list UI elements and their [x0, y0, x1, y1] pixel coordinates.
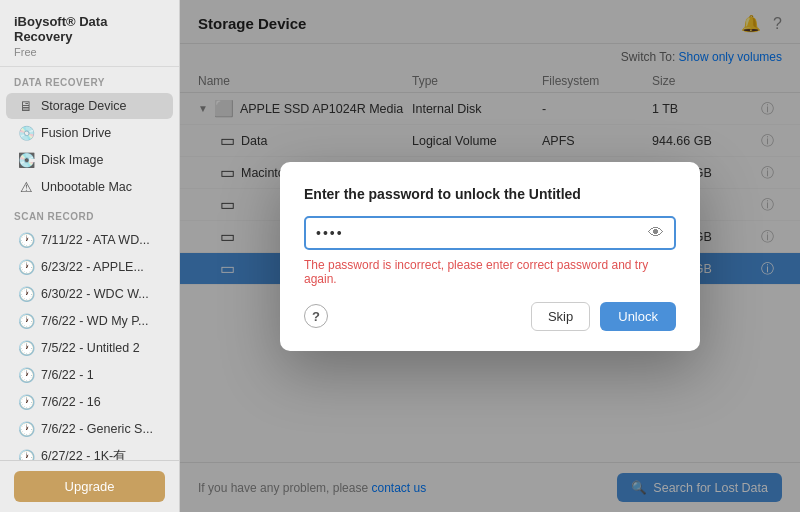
sidebar-item-storage-device[interactable]: 🖥Storage Device [6, 93, 173, 119]
scan-record-item[interactable]: 🕐7/11/22 - ATA WD... [6, 227, 173, 253]
clock-icon: 🕐 [18, 313, 34, 329]
sidebar-item-label: Unbootable Mac [41, 180, 132, 194]
password-modal: Enter the password to unlock the Untitle… [280, 162, 700, 351]
scan-record-item[interactable]: 🕐7/6/22 - Generic S... [6, 416, 173, 442]
scan-item-label: 7/11/22 - ATA WD... [41, 233, 150, 247]
modal-actions: ? Skip Unlock [304, 302, 676, 331]
clock-icon: 🕐 [18, 367, 34, 383]
main-content: Storage Device 🔔 ? Switch To: Show only … [180, 0, 800, 512]
scan-record-section-label: Scan Record [0, 201, 179, 226]
password-input[interactable] [306, 218, 638, 248]
storage-device-icon: 🖥 [18, 98, 34, 114]
modal-title: Enter the password to unlock the Untitle… [304, 186, 676, 202]
password-error: The password is incorrect, please enter … [304, 258, 676, 286]
modal-overlay[interactable]: Enter the password to unlock the Untitle… [180, 0, 800, 512]
scan-record-list: 🕐7/11/22 - ATA WD...🕐6/23/22 - APPLE...🕐… [0, 226, 179, 460]
scan-item-label: 6/30/22 - WDC W... [41, 287, 149, 301]
scan-item-label: 7/6/22 - WD My P... [41, 314, 148, 328]
sidebar-item-disk-image[interactable]: 💽Disk Image [6, 147, 173, 173]
scan-item-label: 7/6/22 - 16 [41, 395, 101, 409]
scan-record-item[interactable]: 🕐6/30/22 - WDC W... [6, 281, 173, 307]
disk-image-icon: 💽 [18, 152, 34, 168]
sidebar-item-fusion-drive[interactable]: 💿Fusion Drive [6, 120, 173, 146]
skip-button[interactable]: Skip [531, 302, 590, 331]
scan-record-item[interactable]: 🕐7/6/22 - WD My P... [6, 308, 173, 334]
clock-icon: 🕐 [18, 340, 34, 356]
clock-icon: 🕐 [18, 259, 34, 275]
brand-plan: Free [14, 46, 165, 58]
sidebar-item-label: Disk Image [41, 153, 104, 167]
data-recovery-section-label: Data Recovery [0, 67, 179, 92]
help-button[interactable]: ? [304, 304, 328, 328]
scan-record-item[interactable]: 🕐6/27/22 - 1K-有 [6, 443, 173, 460]
modal-right-buttons: Skip Unlock [531, 302, 676, 331]
scan-record-item[interactable]: 🕐7/5/22 - Untitled 2 [6, 335, 173, 361]
sidebar-item-label: Fusion Drive [41, 126, 111, 140]
scan-record-item[interactable]: 🕐6/23/22 - APPLE... [6, 254, 173, 280]
toggle-password-icon[interactable]: 👁 [638, 224, 674, 242]
upgrade-section: Upgrade [0, 460, 179, 512]
fusion-drive-icon: 💿 [18, 125, 34, 141]
clock-icon: 🕐 [18, 232, 34, 248]
brand-title: iBoysoft® Data Recovery [14, 14, 165, 44]
scan-item-label: 7/6/22 - 1 [41, 368, 94, 382]
scan-item-label: 6/23/22 - APPLE... [41, 260, 144, 274]
sidebar-item-label: Storage Device [41, 99, 126, 113]
clock-icon: 🕐 [18, 394, 34, 410]
upgrade-button[interactable]: Upgrade [14, 471, 165, 502]
unbootable-mac-icon: ⚠ [18, 179, 34, 195]
scan-item-label: 7/6/22 - Generic S... [41, 422, 153, 436]
clock-icon: 🕐 [18, 421, 34, 437]
password-input-row: 👁 [304, 216, 676, 250]
sidebar: iBoysoft® Data Recovery Free Data Recove… [0, 0, 180, 512]
scan-item-label: 7/5/22 - Untitled 2 [41, 341, 140, 355]
clock-icon: 🕐 [18, 449, 34, 461]
scan-record-item[interactable]: 🕐7/6/22 - 1 [6, 362, 173, 388]
clock-icon: 🕐 [18, 286, 34, 302]
brand: iBoysoft® Data Recovery Free [0, 0, 179, 67]
unlock-button[interactable]: Unlock [600, 302, 676, 331]
scan-item-label: 6/27/22 - 1K-有 [41, 448, 126, 460]
scan-record-item[interactable]: 🕐7/6/22 - 16 [6, 389, 173, 415]
sidebar-item-unbootable-mac[interactable]: ⚠Unbootable Mac [6, 174, 173, 200]
